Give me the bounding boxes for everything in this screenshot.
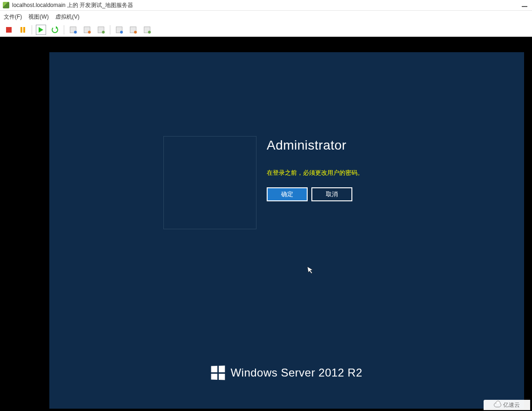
guest-screen[interactable]: Administrator 在登录之前，必须更改用户的密码。 确定 取消 Win… — [49, 52, 524, 409]
product-version: 2012 R2 — [318, 366, 362, 379]
menu-view[interactable]: 视图(W) — [28, 13, 48, 21]
floppy-button[interactable] — [128, 25, 138, 35]
window-title: localhost.localdomain 上的 开发测试_地图服务器 — [12, 1, 133, 9]
menu-vm[interactable]: 虚拟机(V) — [55, 13, 80, 21]
vsphere-app-icon — [3, 2, 9, 8]
os-branding: Windows Server 2012 R2 — [49, 366, 524, 380]
cdrom-icon — [116, 27, 122, 33]
snapshot-button[interactable] — [68, 25, 78, 35]
cloud-icon — [494, 403, 501, 407]
revert-icon — [98, 27, 104, 33]
titlebar-left: localhost.localdomain 上的 开发测试_地图服务器 — [3, 1, 133, 9]
usb-button[interactable] — [142, 25, 152, 35]
suspend-button[interactable] — [18, 25, 28, 35]
snapshot-icon — [70, 27, 76, 33]
ok-button[interactable]: 确定 — [267, 187, 308, 201]
os-name-label: Windows Server 2012 R2 — [230, 366, 362, 379]
floppy-icon — [130, 27, 136, 33]
power-off-button[interactable] — [4, 25, 14, 35]
toolbar — [0, 23, 532, 37]
product-name: Windows Server — [230, 366, 315, 379]
vm-console[interactable]: Administrator 在登录之前，必须更改用户的密码。 确定 取消 Win… — [0, 37, 532, 411]
toolbar-separator — [110, 25, 110, 34]
cancel-button[interactable]: 取消 — [311, 187, 352, 201]
pause-icon — [20, 27, 26, 33]
refresh-icon — [52, 27, 58, 33]
stop-icon — [6, 27, 12, 33]
toolbar-separator — [64, 25, 64, 34]
login-panel: Administrator 在登录之前，必须更改用户的密码。 确定 取消 — [267, 136, 364, 229]
watermark: 亿速云 — [484, 400, 530, 410]
cdrom-button[interactable] — [114, 25, 124, 35]
menu-file[interactable]: 文件(F) — [4, 13, 22, 21]
user-avatar — [163, 136, 256, 229]
watermark-text: 亿速云 — [503, 401, 520, 409]
snapshot-manager-button[interactable] — [82, 25, 92, 35]
windows-logo-icon — [211, 366, 225, 380]
login-prompt: Administrator 在登录之前，必须更改用户的密码。 确定 取消 — [163, 136, 364, 229]
title-bar: localhost.localdomain 上的 开发测试_地图服务器 — [0, 0, 532, 11]
reset-button[interactable] — [50, 25, 60, 35]
username-label: Administrator — [267, 138, 364, 153]
usb-icon — [144, 27, 150, 33]
toolbar-separator — [32, 25, 32, 34]
revert-snapshot-button[interactable] — [96, 25, 106, 35]
password-change-warning: 在登录之前，必须更改用户的密码。 — [267, 169, 364, 177]
menu-bar: 文件(F) 视图(W) 虚拟机(V) — [0, 11, 532, 23]
snapshot-manager-icon — [84, 27, 90, 33]
login-buttons: 确定 取消 — [267, 187, 364, 201]
minimize-button[interactable] — [522, 6, 527, 7]
window-controls — [522, 3, 530, 7]
play-icon — [39, 27, 43, 33]
power-on-button[interactable] — [36, 25, 46, 35]
mouse-cursor-icon — [307, 265, 315, 276]
